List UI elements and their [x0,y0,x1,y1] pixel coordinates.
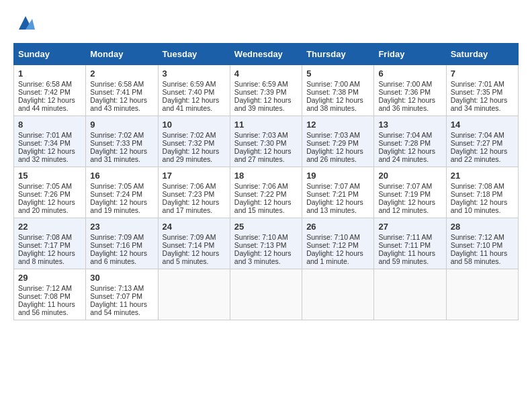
sunrise-label: Sunrise: 7:04 AM [378,131,432,139]
day-number: 18 [234,171,298,181]
calendar-cell [446,269,518,320]
calendar-cell: 5Sunrise: 7:00 AMSunset: 7:38 PMDaylight… [302,65,374,116]
daylight-label: Daylight: 12 hours and 44 minutes. [18,96,75,112]
day-number: 15 [18,171,81,181]
day-number: 21 [451,171,514,181]
sunrise-label: Sunrise: 7:06 AM [234,182,288,190]
calendar-cell: 19Sunrise: 7:07 AMSunset: 7:21 PMDayligh… [302,167,374,218]
calendar-cell [158,269,230,320]
calendar-cell: 3Sunrise: 6:59 AMSunset: 7:40 PMDaylight… [158,65,230,116]
day-number: 28 [451,222,514,232]
day-number: 6 [378,68,441,79]
calendar-cell [302,269,374,320]
sunrise-label: Sunrise: 7:12 AM [451,233,504,241]
sunrise-label: Sunrise: 7:10 AM [234,233,288,241]
daylight-label: Daylight: 12 hours and 1 minute. [306,249,363,265]
sunset-label: Sunset: 7:08 PM [18,292,71,300]
calendar-cell: 16Sunrise: 7:05 AMSunset: 7:24 PMDayligh… [86,167,158,218]
calendar-cell: 22Sunrise: 7:08 AMSunset: 7:17 PMDayligh… [14,218,86,269]
calendar-cell: 21Sunrise: 7:08 AMSunset: 7:18 PMDayligh… [446,167,518,218]
logo-icon [16,13,35,32]
daylight-label: Daylight: 12 hours and 17 minutes. [163,198,220,214]
daylight-label: Daylight: 12 hours and 12 minutes. [378,198,435,214]
sunrise-label: Sunrise: 7:05 AM [90,182,144,190]
daylight-label: Daylight: 11 hours and 56 minutes. [18,300,75,316]
sunset-label: Sunset: 7:29 PM [306,139,359,147]
calendar-cell: 7Sunrise: 7:01 AMSunset: 7:35 PMDaylight… [446,65,518,116]
sunrise-label: Sunrise: 7:07 AM [378,182,432,190]
sunrise-label: Sunrise: 7:00 AM [306,80,360,88]
day-number: 23 [90,222,153,232]
sunrise-label: Sunrise: 7:00 AM [378,80,432,88]
calendar-table: SundayMondayTuesdayWednesdayThursdayFrid… [13,43,519,320]
sunrise-label: Sunrise: 7:10 AM [306,233,360,241]
sunrise-label: Sunrise: 7:06 AM [163,182,216,190]
calendar-cell: 17Sunrise: 7:06 AMSunset: 7:23 PMDayligh… [158,167,230,218]
day-number: 4 [234,68,298,79]
sunset-label: Sunset: 7:16 PM [90,241,142,249]
day-number: 22 [18,222,81,232]
sunset-label: Sunset: 7:42 PM [18,88,71,96]
day-number: 8 [18,120,81,130]
sunset-label: Sunset: 7:12 PM [306,241,359,249]
sunset-label: Sunset: 7:41 PM [90,88,142,96]
day-number: 27 [378,222,441,232]
sunrise-label: Sunrise: 7:12 AM [18,284,72,292]
daylight-label: Daylight: 12 hours and 22 minutes. [451,147,508,163]
sunset-label: Sunset: 7:39 PM [234,88,287,96]
day-number: 25 [234,222,298,232]
calendar-cell: 26Sunrise: 7:10 AMSunset: 7:12 PMDayligh… [302,218,374,269]
day-number: 3 [163,68,226,79]
sunrise-label: Sunrise: 7:03 AM [234,131,288,139]
sunrise-label: Sunrise: 7:03 AM [306,131,360,139]
calendar-cell: 6Sunrise: 7:00 AMSunset: 7:36 PMDaylight… [374,65,446,116]
calendar-cell: 27Sunrise: 7:11 AMSunset: 7:11 PMDayligh… [374,218,446,269]
day-header-tuesday: Tuesday [158,44,230,65]
day-number: 13 [378,120,441,130]
daylight-label: Daylight: 12 hours and 31 minutes. [90,147,147,163]
sunrise-label: Sunrise: 7:13 AM [90,284,144,292]
sunset-label: Sunset: 7:27 PM [451,139,503,147]
day-number: 12 [306,120,369,130]
calendar-cell: 15Sunrise: 7:05 AMSunset: 7:26 PMDayligh… [14,167,86,218]
day-number: 5 [306,68,369,79]
sunset-label: Sunset: 7:38 PM [306,88,359,96]
daylight-label: Daylight: 12 hours and 43 minutes. [90,96,147,112]
day-header-saturday: Saturday [446,44,518,65]
sunset-label: Sunset: 7:13 PM [234,241,287,249]
day-header-wednesday: Wednesday [230,44,302,65]
calendar-cell: 25Sunrise: 7:10 AMSunset: 7:13 PMDayligh… [230,218,302,269]
calendar-cell: 28Sunrise: 7:12 AMSunset: 7:10 PMDayligh… [446,218,518,269]
calendar-header-row: SundayMondayTuesdayWednesdayThursdayFrid… [14,44,519,65]
daylight-label: Daylight: 12 hours and 3 minutes. [234,249,292,265]
day-number: 17 [163,171,226,181]
sunset-label: Sunset: 7:14 PM [163,241,215,249]
daylight-label: Daylight: 12 hours and 27 minutes. [234,147,292,163]
daylight-label: Daylight: 12 hours and 20 minutes. [18,198,75,214]
sunset-label: Sunset: 7:33 PM [90,139,142,147]
sunset-label: Sunset: 7:19 PM [378,190,431,198]
page-header [13,13,519,32]
sunset-label: Sunset: 7:30 PM [234,139,287,147]
daylight-label: Daylight: 12 hours and 29 minutes. [163,147,220,163]
day-header-monday: Monday [86,44,158,65]
day-number: 16 [90,171,153,181]
daylight-label: Daylight: 12 hours and 10 minutes. [451,198,508,214]
day-number: 10 [163,120,226,130]
daylight-label: Daylight: 12 hours and 8 minutes. [18,249,75,265]
daylight-label: Daylight: 11 hours and 54 minutes. [90,300,147,316]
calendar-cell [374,269,446,320]
calendar-cell: 10Sunrise: 7:02 AMSunset: 7:32 PMDayligh… [158,116,230,167]
sunrise-label: Sunrise: 7:08 AM [451,182,504,190]
day-number: 30 [90,273,153,283]
calendar-cell: 24Sunrise: 7:09 AMSunset: 7:14 PMDayligh… [158,218,230,269]
calendar-cell: 30Sunrise: 7:13 AMSunset: 7:07 PMDayligh… [86,269,158,320]
sunrise-label: Sunrise: 7:05 AM [18,182,72,190]
day-number: 14 [451,120,514,130]
sunrise-label: Sunrise: 6:58 AM [18,80,72,88]
daylight-label: Daylight: 12 hours and 41 minutes. [163,96,220,112]
sunset-label: Sunset: 7:22 PM [234,190,287,198]
sunset-label: Sunset: 7:10 PM [451,241,503,249]
daylight-label: Daylight: 12 hours and 26 minutes. [306,147,363,163]
sunset-label: Sunset: 7:34 PM [18,139,71,147]
